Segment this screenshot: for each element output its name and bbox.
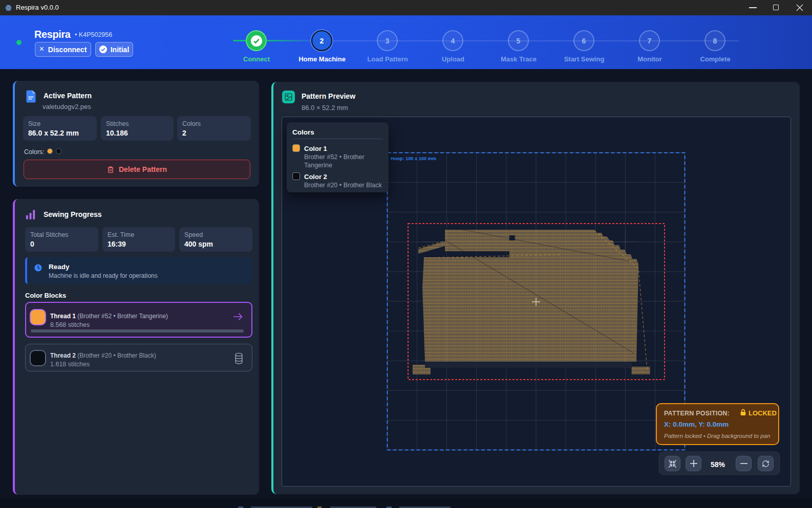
svg-text:Hoop: 100 x 100 mm: Hoop: 100 x 100 mm — [391, 156, 436, 161]
